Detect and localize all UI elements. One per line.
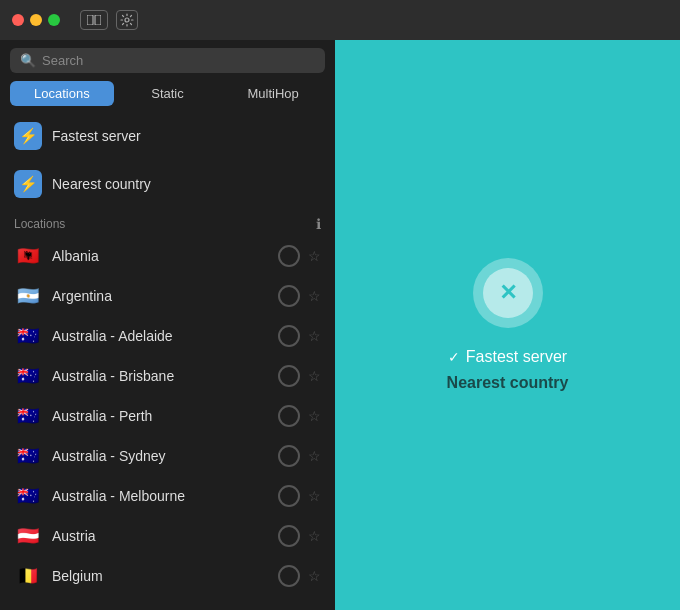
search-icon: 🔍 [20,53,36,68]
list-item[interactable]: 🇦🇷 Argentina ☆ [0,276,335,316]
disconnect-icon[interactable]: ✕ [483,268,533,318]
star-button[interactable]: ☆ [308,568,321,584]
lightning-icon-2: ⚡ [14,170,42,198]
connect-button[interactable] [278,325,300,347]
star-button[interactable]: ☆ [308,288,321,304]
search-input[interactable] [42,53,315,68]
lightning-icon: ⚡ [14,122,42,150]
location-name: Albania [52,248,268,264]
location-name: Australia - Perth [52,408,268,424]
checkmark-icon: ✓ [448,349,460,365]
left-panel: 🔍 Locations Static MultiHop ⚡ Fastest se… [0,40,335,610]
right-status: ✓ Fastest server Nearest country [447,348,569,392]
location-name: Austria [52,528,268,544]
connect-button[interactable] [278,245,300,267]
info-icon[interactable]: ℹ [316,216,321,232]
connect-button[interactable] [278,525,300,547]
search-input-wrapper: 🔍 [10,48,325,73]
nearest-country-item[interactable]: ⚡ Nearest country [0,160,335,208]
star-button[interactable]: ☆ [308,488,321,504]
location-name: Argentina [52,288,268,304]
location-name: Belgium [52,568,268,584]
svg-point-2 [125,18,129,22]
disconnect-circle[interactable]: ✕ [473,258,543,328]
traffic-lights [12,14,60,26]
svg-rect-1 [95,15,101,25]
list-item[interactable]: 🇦🇺 Australia - Sydney ☆ [0,436,335,476]
location-name: Australia - Sydney [52,448,268,464]
flag-au-adelaide: 🇦🇺 [14,326,42,346]
star-button[interactable]: ☆ [308,328,321,344]
list-item[interactable]: 🇦🇺 Australia - Perth ☆ [0,396,335,436]
flag-belgium: 🇧🇪 [14,566,42,586]
list-item[interactable]: 🇦🇱 Albania ☆ [0,236,335,276]
list-item[interactable]: 🇦🇺 Australia - Adelaide ☆ [0,316,335,356]
location-controls: ☆ [278,445,321,467]
location-controls: ☆ [278,245,321,267]
main-content: 🔍 Locations Static MultiHop ⚡ Fastest se… [0,40,680,610]
location-name: Australia - Melbourne [52,488,268,504]
list-item[interactable]: 🇦🇺 Australia - Brisbane ☆ [0,356,335,396]
window-layout-icon[interactable] [80,10,108,30]
location-controls: ☆ [278,525,321,547]
nearest-country-status: Nearest country [447,374,569,392]
location-controls: ☆ [278,285,321,307]
svg-rect-0 [87,15,93,25]
locations-header: Locations ℹ [0,208,335,236]
list-item[interactable]: 🇦🇹 Austria ☆ [0,516,335,556]
connect-button[interactable] [278,405,300,427]
flag-albania: 🇦🇱 [14,246,42,266]
star-button[interactable]: ☆ [308,528,321,544]
flag-au-melbourne: 🇦🇺 [14,486,42,506]
list-item[interactable]: 🇦🇺 Australia - Melbourne ☆ [0,476,335,516]
location-controls: ☆ [278,405,321,427]
right-panel: ✕ ✓ Fastest server Nearest country [335,40,680,610]
connect-button[interactable] [278,365,300,387]
flag-austria: 🇦🇹 [14,526,42,546]
location-controls: ☆ [278,485,321,507]
location-name: Australia - Brisbane [52,368,268,384]
flag-au-perth: 🇦🇺 [14,406,42,426]
connect-button[interactable] [278,565,300,587]
flag-au-brisbane: 🇦🇺 [14,366,42,386]
connect-button[interactable] [278,445,300,467]
tab-multihop[interactable]: MultiHop [221,81,325,106]
fastest-server-status-label: Fastest server [466,348,567,366]
location-list: 🇦🇱 Albania ☆ 🇦🇷 Argentina ☆ 🇦🇺 Australia… [0,236,335,610]
title-bar-icons [80,10,138,30]
minimize-button[interactable] [30,14,42,26]
list-item[interactable]: 🇧🇪 Belgium ☆ [0,556,335,596]
settings-icon[interactable] [116,10,138,30]
tab-static[interactable]: Static [116,81,220,106]
connect-button[interactable] [278,485,300,507]
locations-section-label: Locations [14,217,65,231]
flag-argentina: 🇦🇷 [14,286,42,306]
tab-locations[interactable]: Locations [10,81,114,106]
location-controls: ☆ [278,365,321,387]
star-button[interactable]: ☆ [308,408,321,424]
tabs-bar: Locations Static MultiHop [0,79,335,112]
star-button[interactable]: ☆ [308,448,321,464]
search-bar: 🔍 [0,40,335,79]
location-name: Australia - Adelaide [52,328,268,344]
title-bar [0,0,680,40]
connect-button[interactable] [278,285,300,307]
star-button[interactable]: ☆ [308,248,321,264]
nearest-country-label: Nearest country [52,176,151,192]
fastest-server-status: ✓ Fastest server [448,348,567,366]
location-controls: ☆ [278,325,321,347]
star-button[interactable]: ☆ [308,368,321,384]
location-controls: ☆ [278,565,321,587]
flag-au-sydney: 🇦🇺 [14,446,42,466]
maximize-button[interactable] [48,14,60,26]
close-button[interactable] [12,14,24,26]
fastest-server-label: Fastest server [52,128,141,144]
fastest-server-item[interactable]: ⚡ Fastest server [0,112,335,160]
